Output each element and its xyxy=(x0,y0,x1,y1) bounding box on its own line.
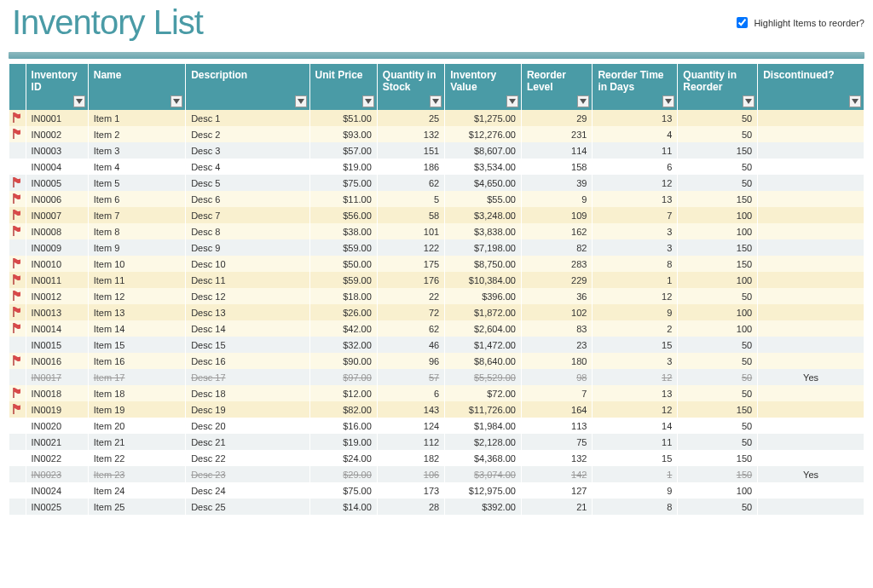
cell-inventory-value[interactable]: $2,604.00 xyxy=(445,320,521,337)
table-row[interactable]: IN0017Item 17Desc 17$97.0057$5,529.00981… xyxy=(9,369,864,385)
cell-inventory-value[interactable]: $10,384.00 xyxy=(445,272,521,288)
cell-description[interactable]: Desc 8 xyxy=(186,223,309,239)
cell-qty-stock[interactable]: 96 xyxy=(378,353,444,369)
flag-cell[interactable] xyxy=(9,223,26,239)
cell-reorder-level[interactable]: 283 xyxy=(522,256,592,272)
cell-unit-price[interactable]: $18.00 xyxy=(310,288,377,304)
filter-button[interactable] xyxy=(849,95,861,107)
cell-unit-price[interactable]: $24.00 xyxy=(310,450,377,466)
filter-button[interactable] xyxy=(662,95,674,107)
flag-cell[interactable] xyxy=(9,288,26,304)
cell-name[interactable]: Item 4 xyxy=(89,159,185,175)
cell-qty-stock[interactable]: 132 xyxy=(378,126,444,142)
cell-reorder-level[interactable]: 39 xyxy=(522,175,592,191)
table-row[interactable]: IN0025Item 25Desc 25$14.0028$392.0021850 xyxy=(9,499,864,515)
cell-discontinued[interactable]: Yes xyxy=(758,466,864,482)
table-row[interactable]: IN0018Item 18Desc 18$12.006$72.0071350 xyxy=(9,385,864,401)
cell-inventory-id[interactable]: IN0005 xyxy=(26,175,88,191)
cell-inventory-id[interactable]: IN0008 xyxy=(26,223,88,239)
cell-inventory-id[interactable]: IN0025 xyxy=(26,499,88,515)
cell-description[interactable]: Desc 10 xyxy=(186,256,309,272)
cell-qty-stock[interactable]: 6 xyxy=(378,385,444,401)
cell-name[interactable]: Item 10 xyxy=(89,256,185,272)
flag-cell[interactable] xyxy=(9,126,26,142)
cell-name[interactable]: Item 21 xyxy=(89,434,185,450)
header-inventory-id[interactable]: Inventory ID xyxy=(26,64,88,110)
header-name[interactable]: Name xyxy=(89,64,185,110)
cell-qty-reorder[interactable]: 150 xyxy=(678,239,757,256)
cell-name[interactable]: Item 11 xyxy=(89,272,185,288)
cell-discontinued[interactable] xyxy=(758,142,864,159)
cell-name[interactable]: Item 2 xyxy=(89,126,185,142)
cell-inventory-value[interactable]: $1,984.00 xyxy=(445,418,521,434)
flag-cell[interactable] xyxy=(9,434,26,450)
table-row[interactable]: IN0001Item 1Desc 1$51.0025$1,275.0029135… xyxy=(9,110,864,126)
cell-description[interactable]: Desc 14 xyxy=(186,320,309,337)
cell-description[interactable]: Desc 21 xyxy=(186,434,309,450)
cell-qty-reorder[interactable]: 50 xyxy=(678,418,757,434)
cell-qty-reorder[interactable]: 50 xyxy=(678,385,757,401)
cell-reorder-level[interactable]: 127 xyxy=(522,482,592,499)
cell-qty-stock[interactable]: 182 xyxy=(378,450,444,466)
cell-discontinued[interactable] xyxy=(758,401,864,418)
cell-description[interactable]: Desc 1 xyxy=(186,110,309,126)
cell-inventory-id[interactable]: IN0004 xyxy=(26,159,88,175)
header-inventory-value[interactable]: Inventory Value xyxy=(445,64,521,110)
cell-inventory-value[interactable]: $1,472.00 xyxy=(445,337,521,353)
cell-reorder-time[interactable]: 11 xyxy=(593,434,677,450)
cell-reorder-time[interactable]: 14 xyxy=(593,418,677,434)
cell-reorder-time[interactable]: 3 xyxy=(593,353,677,369)
cell-discontinued[interactable] xyxy=(758,159,864,175)
cell-reorder-time[interactable]: 6 xyxy=(593,159,677,175)
cell-reorder-level[interactable]: 98 xyxy=(522,369,592,385)
cell-inventory-value[interactable]: $3,838.00 xyxy=(445,223,521,239)
cell-reorder-time[interactable]: 13 xyxy=(593,191,677,207)
cell-description[interactable]: Desc 7 xyxy=(186,207,309,223)
table-row[interactable]: IN0002Item 2Desc 2$93.00132$12,276.00231… xyxy=(9,126,864,142)
cell-qty-stock[interactable]: 22 xyxy=(378,288,444,304)
highlight-checkbox[interactable] xyxy=(737,17,748,28)
cell-qty-reorder[interactable]: 100 xyxy=(678,320,757,337)
table-row[interactable]: IN0005Item 5Desc 5$75.0062$4,650.0039125… xyxy=(9,175,864,191)
flag-cell[interactable] xyxy=(9,337,26,353)
cell-inventory-id[interactable]: IN0018 xyxy=(26,385,88,401)
cell-reorder-time[interactable]: 13 xyxy=(593,385,677,401)
cell-inventory-value[interactable]: $55.00 xyxy=(445,191,521,207)
flag-cell[interactable] xyxy=(9,304,26,320)
cell-inventory-value[interactable]: $5,529.00 xyxy=(445,369,521,385)
cell-unit-price[interactable]: $90.00 xyxy=(310,353,377,369)
cell-qty-reorder[interactable]: 50 xyxy=(678,288,757,304)
cell-description[interactable]: Desc 23 xyxy=(186,466,309,482)
cell-discontinued[interactable] xyxy=(758,499,864,515)
cell-unit-price[interactable]: $75.00 xyxy=(310,175,377,191)
cell-reorder-time[interactable]: 1 xyxy=(593,466,677,482)
table-row[interactable]: IN0004Item 4Desc 4$19.00186$3,534.001586… xyxy=(9,159,864,175)
cell-unit-price[interactable]: $26.00 xyxy=(310,304,377,320)
filter-button[interactable] xyxy=(743,95,754,107)
cell-inventory-id[interactable]: IN0020 xyxy=(26,418,88,434)
cell-qty-reorder[interactable]: 150 xyxy=(678,466,757,482)
cell-reorder-time[interactable]: 3 xyxy=(593,239,677,256)
cell-name[interactable]: Item 5 xyxy=(89,175,185,191)
cell-unit-price[interactable]: $16.00 xyxy=(310,418,377,434)
table-row[interactable]: IN0009Item 9Desc 9$59.00122$7,198.008231… xyxy=(9,239,864,256)
cell-description[interactable]: Desc 5 xyxy=(186,175,309,191)
cell-qty-stock[interactable]: 176 xyxy=(378,272,444,288)
header-description[interactable]: Description xyxy=(186,64,309,110)
cell-name[interactable]: Item 7 xyxy=(89,207,185,223)
header-unit-price[interactable]: Unit Price xyxy=(310,64,377,110)
cell-description[interactable]: Desc 11 xyxy=(186,272,309,288)
cell-unit-price[interactable]: $19.00 xyxy=(310,434,377,450)
cell-reorder-time[interactable]: 15 xyxy=(593,450,677,466)
table-row[interactable]: IN0003Item 3Desc 3$57.00151$8,607.001141… xyxy=(9,142,864,159)
flag-cell[interactable] xyxy=(9,418,26,434)
cell-reorder-level[interactable]: 21 xyxy=(522,499,592,515)
cell-reorder-level[interactable]: 231 xyxy=(522,126,592,142)
cell-description[interactable]: Desc 15 xyxy=(186,337,309,353)
cell-discontinued[interactable]: Yes xyxy=(758,369,864,385)
cell-unit-price[interactable]: $19.00 xyxy=(310,159,377,175)
cell-unit-price[interactable]: $38.00 xyxy=(310,223,377,239)
table-row[interactable]: IN0022Item 22Desc 22$24.00182$4,368.0013… xyxy=(9,450,864,466)
flag-cell[interactable] xyxy=(9,450,26,466)
cell-reorder-level[interactable]: 36 xyxy=(522,288,592,304)
